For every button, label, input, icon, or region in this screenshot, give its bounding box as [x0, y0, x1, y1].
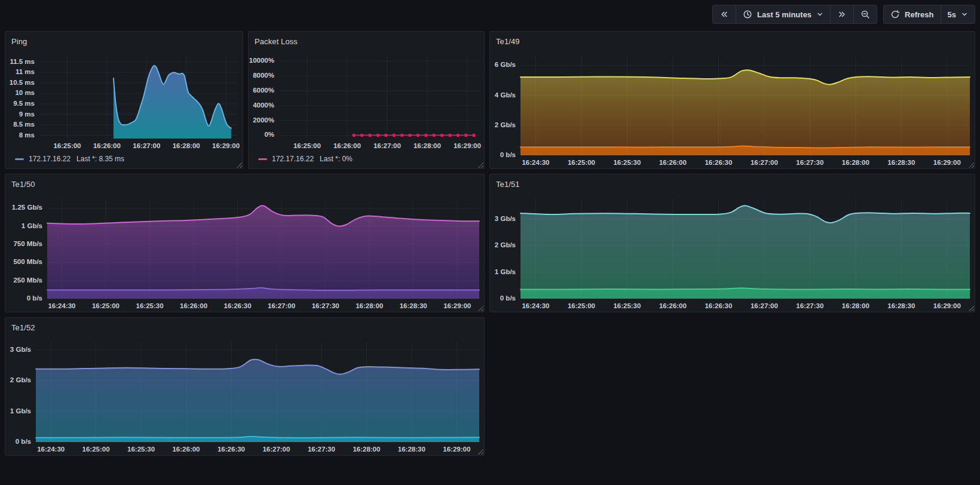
svg-text:16:27:00: 16:27:00 — [373, 142, 401, 149]
svg-text:3 Gb/s: 3 Gb/s — [495, 215, 516, 222]
packet-loss-time-series-chart[interactable]: 16:25:0016:26:0016:27:0016:28:0016:29:00… — [249, 50, 484, 152]
svg-text:9.5 ms: 9.5 ms — [13, 100, 35, 107]
panel-title: Ping — [11, 37, 27, 46]
svg-text:11.5 ms: 11.5 ms — [10, 58, 35, 65]
svg-text:750 Mb/s: 750 Mb/s — [13, 240, 42, 247]
refresh-button[interactable]: Refresh — [884, 5, 940, 23]
svg-text:11 ms: 11 ms — [16, 68, 35, 75]
svg-text:16:28:30: 16:28:30 — [398, 446, 425, 453]
time-range-label: Last 5 minutes — [757, 10, 811, 19]
svg-text:16:26:00: 16:26:00 — [93, 142, 121, 149]
svg-text:16:25:00: 16:25:00 — [568, 159, 595, 166]
zoom-out-icon — [860, 10, 870, 19]
refresh-label: Refresh — [905, 10, 933, 19]
panel-title: Te1/52 — [11, 323, 35, 332]
chevrons-left-icon — [719, 10, 729, 19]
panel-resize-handle[interactable] — [477, 305, 483, 311]
panel-title: Te1/49 — [496, 37, 520, 46]
svg-text:16:25:00: 16:25:00 — [82, 446, 110, 453]
svg-text:1 Gb/s: 1 Gb/s — [10, 407, 31, 415]
grafana-dashboard: Last 5 minutes Refresh 5s Ping — [0, 0, 980, 485]
series-color-dash — [258, 158, 267, 160]
panel-te1-50: Te1/50 16:24:3016:25:0016:25:3016:26:001… — [5, 174, 485, 312]
svg-text:16:24:30: 16:24:30 — [37, 446, 65, 453]
chevrons-right-icon — [837, 10, 847, 19]
panel-resize-handle[interactable] — [968, 162, 974, 168]
svg-text:16:27:30: 16:27:30 — [796, 159, 823, 166]
te1-51-traffic-chart[interactable]: 16:24:3016:25:0016:25:3016:26:0016:26:30… — [490, 192, 975, 312]
svg-text:16:28:30: 16:28:30 — [887, 159, 915, 166]
refresh-interval-label: 5s — [948, 10, 956, 19]
svg-text:16:29:00: 16:29:00 — [212, 142, 240, 149]
panel-header[interactable]: Te1/49 — [490, 32, 975, 50]
panel-resize-handle[interactable] — [236, 162, 242, 168]
svg-text:16:25:00: 16:25:00 — [53, 142, 81, 149]
svg-text:8000%: 8000% — [253, 72, 274, 79]
te1-52-traffic-chart[interactable]: 16:24:3016:25:0016:25:3016:26:0016:26:30… — [5, 336, 484, 455]
panel-resize-handle[interactable] — [968, 305, 974, 311]
panel-title: Packet Loss — [255, 37, 298, 46]
te1-49-traffic-chart[interactable]: 16:24:3016:25:0016:25:3016:26:0016:26:30… — [490, 50, 975, 168]
svg-text:16:27:00: 16:27:00 — [268, 302, 295, 309]
refresh-interval-button[interactable]: 5s — [941, 5, 975, 23]
svg-text:16:28:00: 16:28:00 — [414, 142, 441, 149]
svg-text:1 Gb/s: 1 Gb/s — [495, 268, 516, 275]
svg-text:16:24:30: 16:24:30 — [522, 159, 549, 166]
svg-text:4000%: 4000% — [253, 102, 274, 109]
svg-text:2 Gb/s: 2 Gb/s — [495, 121, 516, 128]
refresh-icon — [890, 10, 900, 19]
svg-text:10 ms: 10 ms — [15, 89, 35, 96]
svg-text:16:27:00: 16:27:00 — [133, 142, 160, 149]
svg-text:16:25:30: 16:25:30 — [613, 159, 641, 166]
legend-item[interactable]: 172.17.16.22 Last *: 8.35 ms — [15, 155, 124, 163]
svg-text:8 ms: 8 ms — [19, 131, 35, 139]
panel-header[interactable]: Ping — [5, 32, 243, 50]
panel-header[interactable]: Te1/51 — [490, 174, 975, 192]
legend: 172.17.16.22 Last *: 0% — [249, 152, 484, 168]
svg-text:2000%: 2000% — [253, 116, 274, 124]
svg-text:500 Mb/s: 500 Mb/s — [13, 258, 42, 265]
panel-te1-51: Te1/51 16:24:3016:25:0016:25:3016:26:001… — [489, 174, 975, 312]
panel-title: Te1/50 — [11, 180, 35, 189]
panel-resize-handle[interactable] — [477, 449, 483, 455]
svg-text:6 Gb/s: 6 Gb/s — [495, 61, 516, 68]
svg-text:16:27:30: 16:27:30 — [312, 302, 339, 309]
legend-item[interactable]: 172.17.16.22 Last *: 0% — [258, 155, 353, 163]
panel-header[interactable]: Te1/52 — [5, 318, 484, 336]
svg-text:16:26:00: 16:26:00 — [659, 302, 687, 309]
panel-packet-loss: Packet Loss 16:25:0016:26:0016:27:0016:2… — [248, 31, 485, 169]
svg-text:16:26:00: 16:26:00 — [333, 142, 361, 149]
svg-text:16:26:30: 16:26:30 — [218, 446, 245, 453]
svg-text:2 Gb/s: 2 Gb/s — [10, 376, 31, 383]
svg-text:16:29:00: 16:29:00 — [443, 302, 471, 309]
svg-text:16:27:00: 16:27:00 — [751, 302, 778, 309]
svg-text:16:24:30: 16:24:30 — [522, 302, 549, 309]
svg-text:16:29:00: 16:29:00 — [933, 159, 961, 166]
svg-text:16:27:30: 16:27:30 — [308, 446, 335, 453]
svg-text:9 ms: 9 ms — [19, 110, 35, 118]
zoom-out-button[interactable] — [853, 5, 877, 23]
svg-text:16:28:00: 16:28:00 — [842, 302, 869, 309]
svg-text:4 Gb/s: 4 Gb/s — [495, 91, 516, 99]
legend-series-value: Last *: 0% — [320, 155, 353, 163]
svg-text:16:28:00: 16:28:00 — [353, 446, 380, 453]
svg-text:16:27:00: 16:27:00 — [751, 159, 778, 166]
svg-text:16:28:30: 16:28:30 — [887, 302, 915, 309]
time-shift-forward-button[interactable] — [830, 5, 853, 23]
svg-text:16:29:00: 16:29:00 — [443, 446, 470, 453]
svg-text:16:26:00: 16:26:00 — [172, 446, 200, 453]
svg-text:16:28:00: 16:28:00 — [356, 302, 383, 309]
panel-header[interactable]: Te1/50 — [5, 174, 484, 192]
te1-50-traffic-chart[interactable]: 16:24:3016:25:0016:25:3016:26:0016:26:30… — [5, 192, 484, 312]
svg-text:16:28:30: 16:28:30 — [400, 302, 427, 309]
time-shift-back-button[interactable] — [713, 5, 736, 23]
dashboard-toolbar: Last 5 minutes Refresh 5s — [712, 5, 975, 24]
svg-text:16:28:00: 16:28:00 — [842, 159, 869, 166]
panel-resize-handle[interactable] — [477, 162, 483, 168]
time-range-picker-button[interactable]: Last 5 minutes — [736, 5, 830, 23]
svg-text:16:26:30: 16:26:30 — [224, 302, 252, 309]
svg-text:16:25:00: 16:25:00 — [92, 302, 120, 309]
svg-text:2 Gb/s: 2 Gb/s — [495, 241, 516, 248]
ping-time-series-chart[interactable]: 16:25:0016:26:0016:27:0016:28:0016:29:00… — [5, 50, 243, 152]
panel-header[interactable]: Packet Loss — [249, 32, 484, 50]
